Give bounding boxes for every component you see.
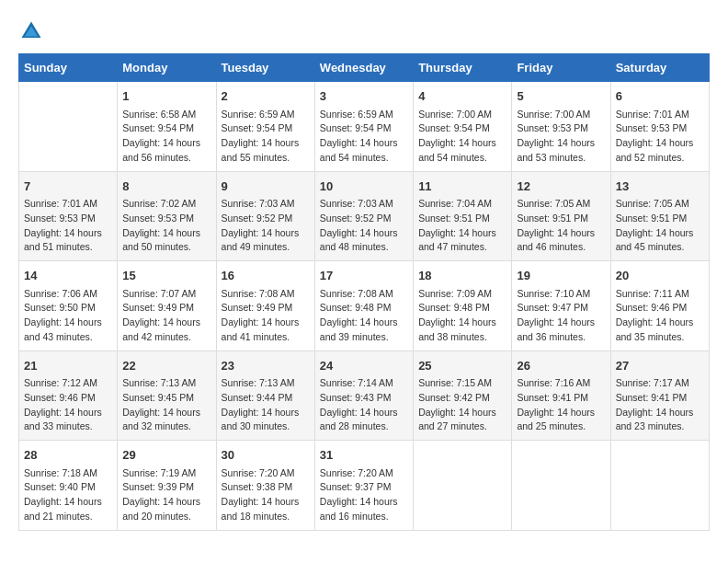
cell-line: and 51 minutes. bbox=[24, 240, 112, 255]
calendar-cell: 24Sunrise: 7:14 AMSunset: 9:43 PMDayligh… bbox=[314, 350, 413, 441]
calendar-cell: 1Sunrise: 6:58 AMSunset: 9:54 PMDaylight… bbox=[118, 82, 216, 172]
calendar-table: SundayMondayTuesdayWednesdayThursdayFrid… bbox=[18, 53, 710, 531]
cell-line: Sunset: 9:42 PM bbox=[418, 391, 506, 406]
day-number: 12 bbox=[517, 178, 605, 196]
cell-line: and 46 minutes. bbox=[517, 240, 605, 255]
cell-line: and 52 minutes. bbox=[616, 151, 704, 166]
cell-line: Sunset: 9:43 PM bbox=[320, 391, 408, 406]
calendar-cell: 28Sunrise: 7:18 AMSunset: 9:40 PMDayligh… bbox=[19, 441, 118, 531]
cell-line: Sunset: 9:53 PM bbox=[517, 121, 605, 136]
cell-line: Sunset: 9:53 PM bbox=[24, 212, 112, 226]
day-number: 9 bbox=[222, 178, 310, 196]
calendar-cell: 13Sunrise: 7:05 AMSunset: 9:51 PMDayligh… bbox=[610, 171, 709, 261]
cell-line: Daylight: 14 hours bbox=[616, 136, 704, 151]
cell-line: Daylight: 14 hours bbox=[418, 316, 506, 330]
day-number: 29 bbox=[122, 446, 210, 465]
cell-line: Sunrise: 7:04 AM bbox=[418, 197, 506, 212]
calendar-cell: 9Sunrise: 7:03 AMSunset: 9:52 PMDaylight… bbox=[216, 171, 314, 261]
day-number: 31 bbox=[320, 446, 408, 465]
calendar-cell: 11Sunrise: 7:04 AMSunset: 9:51 PMDayligh… bbox=[414, 171, 512, 261]
day-number: 15 bbox=[122, 267, 210, 285]
cell-line: Sunrise: 7:01 AM bbox=[24, 197, 112, 212]
cell-line: Sunrise: 7:03 AM bbox=[320, 197, 408, 212]
cell-line: Sunset: 9:50 PM bbox=[24, 301, 112, 316]
day-header-sunday: Sunday bbox=[19, 54, 118, 82]
cell-line: Daylight: 14 hours bbox=[320, 406, 408, 420]
calendar-cell: 4Sunrise: 7:00 AMSunset: 9:54 PMDaylight… bbox=[414, 82, 512, 172]
cell-line: Sunrise: 7:03 AM bbox=[222, 197, 310, 212]
calendar-cell: 20Sunrise: 7:11 AMSunset: 9:46 PMDayligh… bbox=[610, 261, 709, 351]
cell-line: Sunrise: 7:05 AM bbox=[517, 197, 605, 212]
calendar-cell: 14Sunrise: 7:06 AMSunset: 9:50 PMDayligh… bbox=[19, 261, 118, 351]
calendar-week-1: 1Sunrise: 6:58 AMSunset: 9:54 PMDaylight… bbox=[19, 82, 710, 172]
calendar-cell: 15Sunrise: 7:07 AMSunset: 9:49 PMDayligh… bbox=[118, 261, 216, 351]
cell-line: Sunrise: 7:12 AM bbox=[24, 376, 112, 391]
logo-icon bbox=[18, 18, 44, 44]
cell-line: Sunrise: 6:59 AM bbox=[222, 108, 310, 122]
cell-line: Sunset: 9:48 PM bbox=[418, 301, 506, 316]
cell-line: Sunrise: 7:00 AM bbox=[418, 108, 506, 122]
day-number: 1 bbox=[122, 87, 210, 106]
cell-line: Daylight: 14 hours bbox=[517, 406, 605, 420]
cell-line: and 54 minutes. bbox=[418, 151, 506, 166]
cell-line: and 23 minutes. bbox=[616, 419, 704, 434]
cell-line: and 48 minutes. bbox=[320, 240, 408, 255]
cell-line: Sunset: 9:38 PM bbox=[222, 480, 310, 495]
cell-line: Sunrise: 7:13 AM bbox=[122, 376, 210, 391]
day-number: 24 bbox=[320, 357, 408, 375]
cell-line: Sunrise: 7:14 AM bbox=[320, 376, 408, 391]
calendar-cell: 16Sunrise: 7:08 AMSunset: 9:49 PMDayligh… bbox=[216, 261, 314, 351]
cell-line: and 28 minutes. bbox=[320, 419, 408, 434]
cell-line: Daylight: 14 hours bbox=[418, 406, 506, 420]
calendar-cell: 6Sunrise: 7:01 AMSunset: 9:53 PMDaylight… bbox=[610, 82, 709, 172]
cell-line: Sunset: 9:47 PM bbox=[517, 301, 605, 316]
cell-line: Sunset: 9:49 PM bbox=[222, 301, 310, 316]
day-number: 8 bbox=[122, 178, 210, 196]
cell-line: Sunset: 9:52 PM bbox=[222, 212, 310, 226]
calendar-cell: 7Sunrise: 7:01 AMSunset: 9:53 PMDaylight… bbox=[19, 171, 118, 261]
cell-line: and 55 minutes. bbox=[222, 151, 310, 166]
cell-line: and 42 minutes. bbox=[122, 330, 210, 345]
day-number: 3 bbox=[320, 87, 408, 106]
cell-line: and 21 minutes. bbox=[24, 510, 112, 524]
logo bbox=[18, 18, 48, 44]
cell-line: Daylight: 14 hours bbox=[24, 226, 112, 241]
day-number: 26 bbox=[517, 357, 605, 375]
cell-line: and 47 minutes. bbox=[418, 240, 506, 255]
cell-line: Sunrise: 7:16 AM bbox=[517, 376, 605, 391]
day-header-tuesday: Tuesday bbox=[216, 54, 314, 82]
cell-line: Daylight: 14 hours bbox=[122, 226, 210, 241]
calendar-cell: 25Sunrise: 7:15 AMSunset: 9:42 PMDayligh… bbox=[414, 350, 512, 441]
day-number: 22 bbox=[122, 357, 210, 375]
cell-line: and 36 minutes. bbox=[517, 330, 605, 345]
cell-line: Sunrise: 7:01 AM bbox=[616, 108, 704, 122]
cell-line: Daylight: 14 hours bbox=[122, 136, 210, 151]
cell-line: Sunrise: 7:20 AM bbox=[222, 466, 310, 481]
calendar-cell: 23Sunrise: 7:13 AMSunset: 9:44 PMDayligh… bbox=[216, 350, 314, 441]
day-header-monday: Monday bbox=[118, 54, 216, 82]
cell-line: Sunset: 9:52 PM bbox=[320, 212, 408, 226]
calendar-cell: 21Sunrise: 7:12 AMSunset: 9:46 PMDayligh… bbox=[19, 350, 118, 441]
day-number: 14 bbox=[24, 267, 112, 285]
cell-line: Sunset: 9:53 PM bbox=[616, 121, 704, 136]
calendar-cell: 19Sunrise: 7:10 AMSunset: 9:47 PMDayligh… bbox=[512, 261, 610, 351]
cell-line: Daylight: 14 hours bbox=[122, 406, 210, 420]
day-number: 25 bbox=[418, 357, 506, 375]
cell-line: Sunrise: 7:15 AM bbox=[418, 376, 506, 391]
calendar-week-4: 21Sunrise: 7:12 AMSunset: 9:46 PMDayligh… bbox=[19, 350, 710, 441]
cell-line: Sunrise: 6:59 AM bbox=[320, 108, 408, 122]
day-number: 4 bbox=[418, 87, 506, 106]
day-header-friday: Friday bbox=[512, 54, 610, 82]
cell-line: and 33 minutes. bbox=[24, 419, 112, 434]
cell-line: Sunset: 9:54 PM bbox=[418, 121, 506, 136]
cell-line: and 41 minutes. bbox=[222, 330, 310, 345]
calendar-cell bbox=[414, 441, 512, 531]
day-number: 2 bbox=[222, 87, 310, 106]
day-number: 11 bbox=[418, 178, 506, 196]
calendar-week-5: 28Sunrise: 7:18 AMSunset: 9:40 PMDayligh… bbox=[19, 441, 710, 531]
cell-line: Sunrise: 7:19 AM bbox=[122, 466, 210, 481]
cell-line: Daylight: 14 hours bbox=[24, 406, 112, 420]
header bbox=[18, 18, 710, 44]
cell-line: Sunrise: 7:02 AM bbox=[122, 197, 210, 212]
day-number: 19 bbox=[517, 267, 605, 285]
